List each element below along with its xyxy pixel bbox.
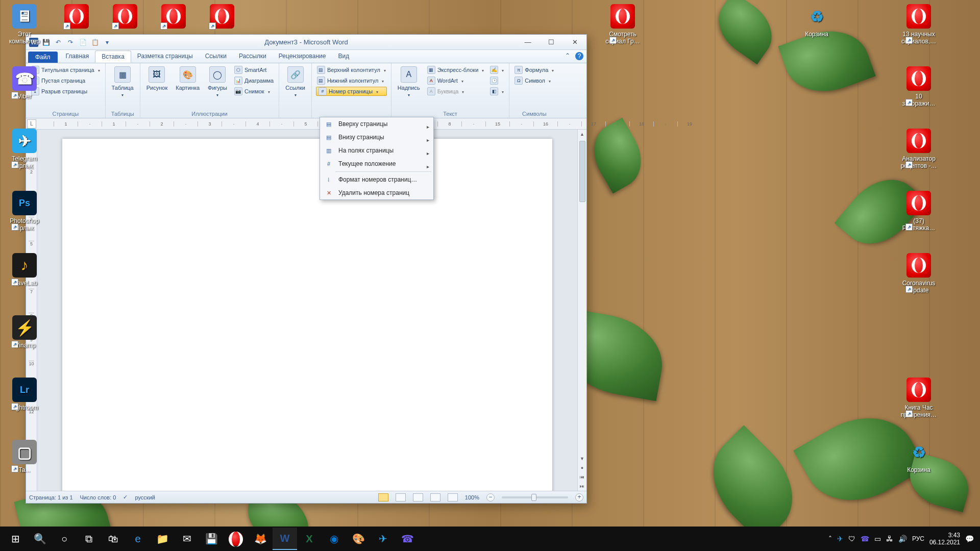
tab-вид[interactable]: Вид: [332, 51, 355, 63]
vertical-scrollbar[interactable]: ▲ ▼ ● ⏮ ⏭: [577, 130, 586, 491]
taskbar-app-viber[interactable]: ☎: [395, 528, 420, 550]
desktop-icon[interactable]: ↗Анализатор рецептов -…: [898, 129, 939, 169]
cortana-button[interactable]: ○: [52, 528, 77, 550]
zoom-slider[interactable]: [502, 496, 568, 498]
tray-network-icon[interactable]: 🖧: [886, 535, 893, 543]
scroll-up-button[interactable]: ▲: [578, 130, 586, 139]
tab-главная[interactable]: Главная: [60, 51, 95, 63]
taskbar-app-mail[interactable]: ✉: [175, 528, 199, 550]
desktop-icon[interactable]: ↗: [105, 4, 145, 31]
desktop-icon[interactable]: ↗13 научных сериалов,…: [898, 4, 939, 45]
desktop-icon[interactable]: ☎↗Viber: [4, 66, 45, 100]
prev-page-button[interactable]: ⏮: [578, 472, 586, 482]
picture-button[interactable]: 🖼Рисунок: [144, 65, 170, 92]
desktop-icon[interactable]: 🖥Этот компьютер: [4, 4, 45, 45]
status-page[interactable]: Страница: 1 из 1: [29, 494, 73, 500]
desktop-icon[interactable]: ⚡↗Winamp: [4, 315, 45, 349]
desktop-icon[interactable]: ↗10 заворажи…: [898, 66, 939, 107]
tray-clock[interactable]: 3:43 06.12.2021: [929, 532, 960, 546]
header-button[interactable]: ▤Верхний колонтитул: [316, 65, 387, 74]
object-button[interactable]: ◧: [489, 87, 505, 96]
taskbar-app-excel[interactable]: X: [297, 528, 322, 550]
zoom-slider-thumb[interactable]: [531, 494, 536, 501]
tray-notifications-icon[interactable]: 💬: [965, 535, 974, 543]
desktop-icon[interactable]: ↗Смотреть сериал Гр…: [602, 4, 643, 45]
taskbar-app-store[interactable]: 🛍: [101, 528, 126, 550]
shapes-button[interactable]: ◯Фигуры▾: [206, 65, 229, 98]
document-page[interactable]: [62, 139, 552, 491]
undo-button[interactable]: ↶: [54, 38, 63, 47]
search-button[interactable]: 🔍: [28, 528, 52, 550]
tray-security-icon[interactable]: 🛡: [848, 535, 855, 543]
qat-customize[interactable]: ▾: [103, 38, 112, 47]
desktop-icon[interactable]: Lr↗Lightroom: [4, 378, 45, 411]
view-web-layout-button[interactable]: [413, 493, 423, 502]
menu-item-bottom-of-page[interactable]: ▤Внизу страницы: [320, 131, 433, 144]
tab-рассылки[interactable]: Рассылки: [233, 51, 273, 63]
taskbar-app-telegram[interactable]: ✈: [371, 528, 395, 550]
start-button[interactable]: ⊞: [3, 528, 28, 550]
page-number-button[interactable]: #Номер страницы: [316, 87, 387, 96]
desktop-icon[interactable]: ↗(37) Растяжка…: [898, 191, 939, 232]
taskbar-app-opera[interactable]: [224, 528, 248, 550]
status-proofing-icon[interactable]: ✓: [123, 494, 128, 500]
horizontal-ruler[interactable]: L 1·1·2·3·4·5·6·7·8·15·16·17·18·19: [26, 118, 586, 130]
task-view-button[interactable]: ⧉: [77, 528, 101, 550]
menu-item-top-of-page[interactable]: ▤Вверху страницы: [320, 117, 433, 131]
desktop-icon[interactable]: ♻Корзина: [796, 4, 837, 38]
tab-selector[interactable]: L: [27, 119, 36, 129]
taskbar-app-firefox[interactable]: 🦊: [248, 528, 273, 550]
quick-parts-button[interactable]: ▦Экспресс-блоки: [426, 65, 485, 74]
desktop-icon[interactable]: ✈↗Telegram ярлык: [4, 129, 45, 169]
chart-button[interactable]: 📊Диаграмма: [233, 76, 275, 85]
titlebar[interactable]: W 💾 ↶ ↷ 📄 📋 ▾ Документ3 - Microsoft Word…: [26, 35, 586, 50]
symbol-button[interactable]: ΩСимвол: [513, 76, 555, 85]
menu-item-page-margins[interactable]: ▥На полях страницы: [320, 144, 433, 157]
redo-button[interactable]: ↷: [66, 38, 75, 47]
desktop-icon[interactable]: ↗: [56, 4, 97, 31]
desktop-icon[interactable]: ♻Корзина: [898, 440, 939, 473]
desktop-icon[interactable]: ↗Coronavirus Update: [898, 253, 939, 294]
taskbar-app-explorer[interactable]: 📁: [150, 528, 175, 550]
status-language[interactable]: русский: [135, 494, 155, 500]
desktop-icon[interactable]: Ps↗Photoshop Ярлык: [4, 191, 45, 232]
menu-item-current-position[interactable]: #Текущее положение: [320, 157, 433, 170]
view-print-layout-button[interactable]: [378, 493, 388, 502]
scroll-down-button[interactable]: ▼: [578, 454, 586, 463]
menu-item-format-page-numbers[interactable]: ⁞Формат номеров страниц…: [320, 173, 433, 186]
close-button[interactable]: ✕: [563, 35, 586, 49]
view-draft-button[interactable]: [448, 493, 458, 502]
table-button[interactable]: ▦Таблица▾: [110, 65, 136, 98]
tab-разметка-страницы[interactable]: Разметка страницы: [131, 51, 199, 63]
tray-battery-icon[interactable]: ▭: [874, 535, 881, 543]
scroll-thumb[interactable]: [579, 141, 585, 202]
drop-cap-button[interactable]: AБуквица: [426, 87, 485, 96]
clipart-button[interactable]: 🎨Картинка: [174, 65, 202, 92]
view-full-screen-button[interactable]: [396, 493, 406, 502]
wordart-button[interactable]: AWordArt: [426, 76, 485, 85]
desktop-icon[interactable]: ▢↗Ta...: [4, 440, 45, 473]
taskbar-app-edge[interactable]: ◉: [322, 528, 346, 550]
tray-language[interactable]: РУС: [912, 535, 924, 542]
menu-item-remove-page-numbers[interactable]: ✕Удалить номера страниц: [320, 186, 433, 199]
tab-рецензирование[interactable]: Рецензирование: [273, 51, 332, 63]
ribbon-collapse-button[interactable]: ⌃: [565, 52, 570, 60]
tray-viber-icon[interactable]: ☎: [861, 535, 869, 543]
tab-file[interactable]: Файл: [28, 52, 58, 63]
zoom-in-button[interactable]: +: [575, 493, 583, 502]
qat-button[interactable]: 📋: [90, 38, 100, 47]
next-page-button[interactable]: ⏭: [578, 482, 586, 491]
help-button[interactable]: ?: [575, 52, 583, 60]
equation-button[interactable]: πФормула: [513, 65, 555, 74]
maximize-button[interactable]: ☐: [540, 35, 563, 49]
desktop-icon[interactable]: ↗: [202, 4, 242, 31]
textbox-button[interactable]: AНадпись▾: [396, 65, 422, 98]
browse-object-button[interactable]: ●: [578, 463, 586, 472]
footer-button[interactable]: ▤Нижний колонтитул: [316, 76, 387, 85]
zoom-level[interactable]: 100%: [465, 494, 479, 500]
desktop-icon[interactable]: ↗: [153, 4, 194, 31]
qat-button[interactable]: 📄: [78, 38, 87, 47]
status-word-count[interactable]: Число слов: 0: [80, 494, 116, 500]
desktop-icon[interactable]: ♪↗WaveLab: [4, 253, 45, 287]
view-outline-button[interactable]: [430, 493, 440, 502]
